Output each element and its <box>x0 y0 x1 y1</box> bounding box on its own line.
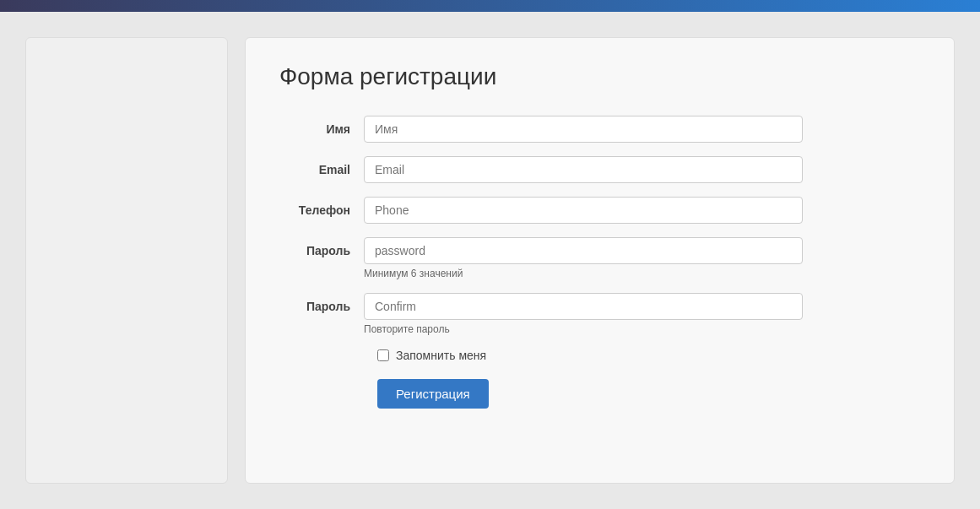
submit-button[interactable]: Регистрация <box>377 379 489 409</box>
remember-checkbox[interactable] <box>377 349 389 361</box>
password-row: Пароль <box>279 237 920 264</box>
main-content: Форма регистрации Имя Email Телефон Паро… <box>0 12 980 509</box>
password-label: Пароль <box>279 237 364 257</box>
phone-row: Телефон <box>279 197 920 224</box>
remember-label: Запомнить меня <box>396 349 486 362</box>
form-title: Форма регистрации <box>279 63 920 90</box>
confirm-row: Пароль <box>279 293 920 320</box>
submit-row: Регистрация <box>377 379 920 409</box>
hint-spacer-1 <box>279 268 364 279</box>
email-row: Email <box>279 156 920 183</box>
name-row: Имя <box>279 116 920 143</box>
email-input[interactable] <box>364 156 803 183</box>
password-hint: Минимум 6 значений <box>364 268 463 279</box>
hint-spacer-2 <box>279 323 364 335</box>
confirm-input[interactable] <box>364 293 803 320</box>
password-hint-row: Минимум 6 значений <box>279 268 920 279</box>
phone-label: Телефон <box>279 197 364 217</box>
name-label: Имя <box>279 116 364 136</box>
password-input[interactable] <box>364 237 803 264</box>
confirm-hint: Повторите пароль <box>364 323 450 335</box>
email-label: Email <box>279 156 364 176</box>
phone-input[interactable] <box>364 197 803 224</box>
top-bar <box>0 0 980 12</box>
confirm-hint-row: Повторите пароль <box>279 323 920 335</box>
sidebar-panel <box>25 37 228 484</box>
remember-row: Запомнить меня <box>377 349 920 362</box>
form-panel: Форма регистрации Имя Email Телефон Паро… <box>245 37 955 484</box>
name-input[interactable] <box>364 116 803 143</box>
confirm-label: Пароль <box>279 293 364 313</box>
